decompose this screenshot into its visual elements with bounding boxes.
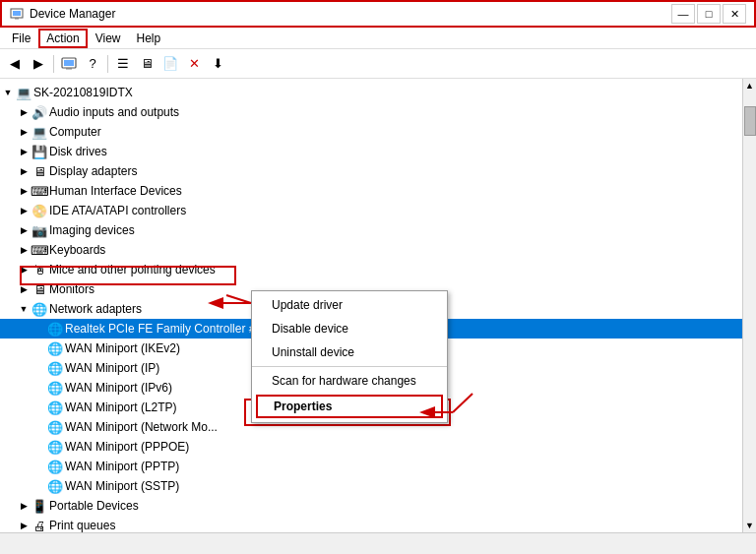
tree-root[interactable]: ▼ 💻 SK-20210819IDTX: [0, 83, 742, 102]
icon-display: 🖥: [32, 163, 47, 179]
icon-print_queues: 🖨: [32, 518, 47, 532]
toolbar-download[interactable]: ⬇: [207, 53, 228, 75]
label-imaging: Imaging devices: [49, 223, 135, 237]
label-wan_ikev2: WAN Miniport (IKEv2): [65, 341, 180, 355]
label-portable: Portable Devices: [49, 499, 139, 513]
scroll-thumb[interactable]: [744, 106, 756, 136]
window-title: Device Manager: [30, 7, 115, 21]
toolbar-remove[interactable]: ✕: [183, 53, 205, 75]
label-wan_ipv6: WAN Miniport (IPv6): [65, 381, 172, 395]
icon-wan_ip: 🌐: [47, 360, 63, 376]
label-hid: Human Interface Devices: [49, 184, 182, 198]
tree-item-computer[interactable]: ▶💻Computer: [0, 122, 742, 142]
icon-wan_pppoe: 🌐: [47, 439, 63, 455]
toolbar-help[interactable]: ?: [82, 53, 103, 75]
icon-hid: ⌨: [32, 183, 47, 199]
label-network: Network adapters: [49, 302, 142, 316]
label-mice: Mice and other pointing devices: [49, 263, 216, 277]
scroll-down[interactable]: ▼: [743, 519, 757, 532]
expander-imaging[interactable]: ▶: [16, 222, 32, 238]
expander-computer[interactable]: ▶: [16, 124, 32, 140]
tree-item-audio[interactable]: ▶🔊Audio inputs and outputs: [0, 102, 742, 122]
expander-network[interactable]: ▼: [16, 301, 32, 317]
toolbar-display[interactable]: 🖥: [136, 53, 158, 75]
expander-portable[interactable]: ▶: [16, 498, 32, 514]
toolbar-sep2: [107, 55, 108, 73]
label-wan_ip: WAN Miniport (IP): [65, 361, 159, 375]
tree-item-ide[interactable]: ▶📀IDE ATA/ATAPI controllers: [0, 201, 742, 220]
title-bar: Device Manager — □ ✕: [0, 0, 756, 28]
ctx-item-uninstall[interactable]: Uninstall device: [252, 340, 447, 364]
svg-rect-1: [13, 11, 21, 16]
label-print_queues: Print queues: [49, 519, 115, 532]
label-wan_sstp: WAN Miniport (SSTP): [65, 479, 179, 493]
ctx-item-properties[interactable]: Properties: [256, 395, 443, 418]
toolbar-list[interactable]: ☰: [112, 53, 134, 75]
maximize-button[interactable]: □: [697, 4, 721, 24]
toolbar-sep1: [53, 55, 54, 73]
menu-file[interactable]: File: [4, 30, 38, 47]
expander-monitors[interactable]: ▶: [16, 281, 32, 297]
tree-item-disk[interactable]: ▶💾Disk drives: [0, 142, 742, 161]
ctx-item-disable[interactable]: Disable device: [252, 317, 447, 340]
icon-wan_sstp: 🌐: [47, 478, 63, 494]
icon-realtek: 🌐: [47, 321, 63, 337]
tree-item-wan_pptp[interactable]: 🌐WAN Miniport (PPTP): [0, 457, 742, 476]
label-display: Display adapters: [49, 164, 137, 178]
label-wan_network: WAN Miniport (Network Mo...: [65, 420, 218, 434]
tree-item-wan_sstp[interactable]: 🌐WAN Miniport (SSTP): [0, 476, 742, 496]
expander-mice[interactable]: ▶: [16, 262, 32, 277]
tree-item-keyboards[interactable]: ▶⌨Keyboards: [0, 240, 742, 260]
expander-disk[interactable]: ▶: [16, 144, 32, 159]
scrollbar-vertical[interactable]: ▲ ▼: [742, 79, 756, 532]
tree-item-wan_pppoe[interactable]: 🌐WAN Miniport (PPPOE): [0, 437, 742, 457]
label-monitors: Monitors: [49, 282, 94, 296]
ctx-item-update[interactable]: Update driver: [252, 293, 447, 317]
tree-item-imaging[interactable]: ▶📷Imaging devices: [0, 220, 742, 240]
title-bar-left: Device Manager: [10, 7, 115, 21]
icon-network: 🌐: [32, 301, 47, 317]
toolbar-doc[interactable]: 📄: [159, 53, 181, 75]
tree-item-display[interactable]: ▶🖥Display adapters: [0, 161, 742, 181]
menu-bar: File Action View Help: [0, 28, 756, 49]
icon-imaging: 📷: [32, 222, 47, 238]
icon-mice: 🖱: [32, 262, 47, 277]
toolbar-computer[interactable]: [58, 53, 80, 75]
toolbar: ◀ ▶ ? ☰ 🖥 📄 ✕ ⬇: [0, 49, 756, 79]
app-icon: [10, 7, 24, 21]
tree-item-mice[interactable]: ▶🖱Mice and other pointing devices: [0, 260, 742, 279]
tree-item-print_queues[interactable]: ▶🖨Print queues: [0, 516, 742, 532]
expander-print_queues[interactable]: ▶: [16, 518, 32, 532]
icon-wan_network: 🌐: [47, 419, 63, 435]
label-wan_pppoe: WAN Miniport (PPPOE): [65, 440, 189, 454]
expander-ide[interactable]: ▶: [16, 203, 32, 218]
icon-wan_pptp: 🌐: [47, 459, 63, 474]
title-bar-controls: — □ ✕: [671, 4, 746, 24]
icon-keyboards: ⌨: [32, 242, 47, 258]
label-disk: Disk drives: [49, 145, 107, 158]
toolbar-forward[interactable]: ▶: [28, 53, 49, 75]
tree-item-hid[interactable]: ▶⌨Human Interface Devices: [0, 181, 742, 201]
menu-action[interactable]: Action: [38, 29, 87, 48]
label-keyboards: Keyboards: [49, 243, 105, 257]
svg-rect-4: [64, 60, 74, 66]
context-menu: Update driverDisable deviceUninstall dev…: [251, 290, 448, 423]
close-button[interactable]: ✕: [723, 4, 746, 24]
icon-computer: 💻: [32, 124, 47, 140]
scroll-up[interactable]: ▲: [743, 79, 757, 92]
label-audio: Audio inputs and outputs: [49, 105, 179, 119]
menu-help[interactable]: Help: [129, 30, 169, 47]
toolbar-back[interactable]: ◀: [4, 53, 26, 75]
label-wan_pptp: WAN Miniport (PPTP): [65, 460, 179, 473]
ctx-item-scan[interactable]: Scan for hardware changes: [252, 369, 447, 393]
label-wan_l2tp: WAN Miniport (L2TP): [65, 400, 177, 414]
expander-display[interactable]: ▶: [16, 163, 32, 179]
icon-monitors: 🖥: [32, 281, 47, 297]
tree-item-portable[interactable]: ▶📱Portable Devices: [0, 496, 742, 516]
computer-icon: [61, 56, 77, 72]
svg-rect-2: [15, 18, 19, 20]
minimize-button[interactable]: —: [671, 4, 695, 24]
menu-view[interactable]: View: [88, 30, 129, 47]
status-bar: [0, 532, 756, 554]
expander-audio[interactable]: ▶: [16, 104, 32, 120]
